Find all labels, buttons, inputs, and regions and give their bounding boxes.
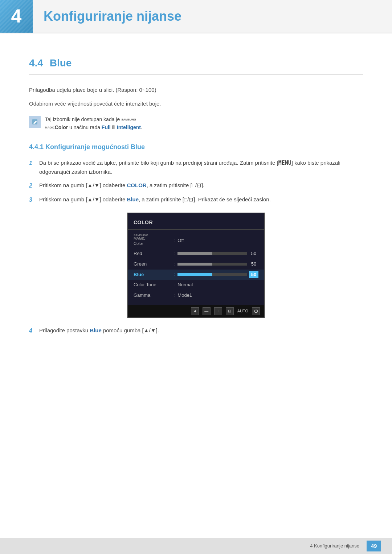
osd-label-magic: SAMSUNG MAGICColor bbox=[134, 234, 173, 247]
osd-sep-gamma: : bbox=[173, 292, 175, 299]
osd-value-gamma: Mode1 bbox=[177, 292, 258, 299]
osd-row-magic-color: SAMSUNG MAGICColor : Off bbox=[128, 233, 264, 249]
footer-chapter-label: 4 Konfiguriranje nijanse bbox=[310, 542, 359, 550]
note-text: Taj izbornik nije dostupan kada je SAMSU… bbox=[45, 115, 142, 132]
footer-page-number: 49 bbox=[367, 541, 381, 551]
chapter-number: 4 bbox=[11, 1, 22, 31]
osd-row-gamma: Gamma : Mode1 bbox=[128, 290, 264, 301]
osd-sep-red: : bbox=[173, 250, 175, 257]
osd-row-green: Green : 50 bbox=[128, 259, 264, 270]
page-footer: 4 Konfiguriranje nijanse 49 bbox=[0, 538, 392, 554]
osd-number-blue: 50 bbox=[249, 271, 258, 279]
subsection-number: 4.4.1 bbox=[29, 143, 44, 151]
osd-label-gamma: Gamma bbox=[134, 292, 173, 299]
chapter-number-box: 4 bbox=[0, 0, 33, 33]
osd-btn-left[interactable]: ◄ bbox=[191, 307, 199, 315]
chapter-header: 4 Konfiguriranje nijanse bbox=[0, 0, 392, 33]
osd-toolbar: ◄ — + ⊡ AUTO ⏻ bbox=[128, 305, 264, 317]
osd-title: COLOR bbox=[128, 218, 264, 230]
step-4: 4 Prilagodite postavku Blue pomoću gumba… bbox=[29, 326, 363, 336]
step-number-3: 3 bbox=[29, 195, 36, 205]
step-number-4: 4 bbox=[29, 326, 36, 336]
subsection-heading: 4.4.1 Konfiguriranje mogućnosti Blue bbox=[29, 142, 363, 152]
paragraph-2: Odabirom veće vrijednosti povećat ćete i… bbox=[29, 99, 363, 108]
step-1: 1 Da bi se prikazao vodič za tipke, prit… bbox=[29, 159, 363, 176]
osd-btn-minus[interactable]: — bbox=[203, 307, 211, 315]
osd-btn-enter[interactable]: ⊡ bbox=[226, 307, 234, 315]
osd-sep-blue: : bbox=[173, 271, 175, 278]
osd-menu: SAMSUNG MAGICColor : Off Red : 50 bbox=[128, 230, 264, 304]
osd-sep-green: : bbox=[173, 261, 175, 268]
main-content: 4.4 Blue Prilagodba udjela plave boje u … bbox=[0, 48, 392, 370]
osd-number-red: 50 bbox=[249, 250, 258, 258]
osd-label-colortone: Color Tone bbox=[134, 281, 173, 289]
osd-number-green: 50 bbox=[249, 260, 258, 268]
osd-auto-label: AUTO bbox=[237, 308, 248, 315]
osd-bar-red bbox=[177, 252, 247, 255]
osd-screenshot-container: COLOR SAMSUNG MAGICColor : Off Red : bbox=[29, 213, 363, 318]
osd-row-red: Red : 50 bbox=[128, 249, 264, 259]
osd-bar-green bbox=[177, 263, 247, 266]
osd-bar-fill-red bbox=[177, 252, 212, 255]
header-strip: Konfiguriranje nijanse bbox=[33, 0, 392, 33]
subsection-title: Konfiguriranje mogućnosti Blue bbox=[45, 143, 145, 151]
osd-bar-blue bbox=[177, 273, 247, 276]
step-number-2: 2 bbox=[29, 181, 36, 190]
step-text-1: Da bi se prikazao vodič za tipke, pritis… bbox=[39, 159, 363, 176]
step-3: 3 Pritiskom na gumb [▲/▼] odaberite Blue… bbox=[29, 195, 363, 205]
section-title: Blue bbox=[50, 57, 72, 69]
osd-row-colortone: Color Tone : Normal bbox=[128, 280, 264, 290]
osd-screen: COLOR SAMSUNG MAGICColor : Off Red : bbox=[127, 213, 265, 318]
osd-label-green: Green bbox=[134, 260, 173, 268]
step-text-3: Pritiskom na gumb [▲/▼] odaberite Blue, … bbox=[39, 195, 271, 204]
osd-value-colortone: Normal bbox=[177, 281, 258, 289]
chapter-title: Konfiguriranje nijanse bbox=[33, 6, 181, 27]
section-heading: 4.4 Blue bbox=[29, 55, 363, 75]
step-2: 2 Pritiskom na gumb [▲/▼] odaberite COLO… bbox=[29, 181, 363, 190]
note-icon bbox=[29, 116, 41, 128]
note-box: Taj izbornik nije dostupan kada je SAMSU… bbox=[29, 115, 363, 132]
osd-label-red: Red bbox=[134, 250, 173, 258]
osd-bar-fill-green bbox=[177, 263, 212, 266]
osd-sep-magic: : bbox=[173, 237, 175, 244]
step-text-4: Prilagodite postavku Blue pomoću gumba [… bbox=[39, 326, 159, 335]
steps-list: 1 Da bi se prikazao vodič za tipke, prit… bbox=[29, 159, 363, 205]
osd-bar-fill-blue bbox=[177, 273, 212, 276]
step-text-2: Pritiskom na gumb [▲/▼] odaberite COLOR,… bbox=[39, 181, 204, 189]
section-number: 4.4 bbox=[29, 57, 43, 69]
osd-label-blue: Blue bbox=[134, 271, 173, 279]
pencil-icon bbox=[31, 118, 38, 126]
osd-row-blue: Blue : 50 bbox=[128, 270, 264, 280]
osd-sep-colortone: : bbox=[173, 282, 175, 288]
step-number-1: 1 bbox=[29, 159, 36, 168]
osd-btn-plus[interactable]: + bbox=[214, 307, 222, 315]
paragraph-1: Prilagodba udjela plave boje u slici. (R… bbox=[29, 86, 363, 94]
osd-btn-power[interactable]: ⏻ bbox=[252, 307, 260, 315]
osd-value-magic: Off bbox=[177, 237, 258, 245]
